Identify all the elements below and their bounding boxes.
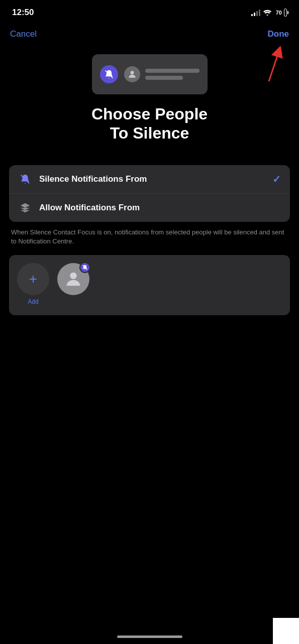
notification-lines [145,69,200,80]
add-label: Add [28,298,38,305]
plus-icon: + [29,272,37,286]
signal-icon [251,9,260,16]
wifi-icon [263,10,271,16]
silence-option[interactable]: Silence Notifications From ✓ [9,165,290,193]
silence-bell-icon [18,172,32,186]
home-indicator [117,635,182,638]
svg-point-5 [70,273,76,279]
people-row: + Add [17,263,282,305]
illustration-area: Choose PeopleTo Silence [0,46,299,165]
add-person-button[interactable]: + Add [17,263,49,305]
options-list: Silence Notifications From ✓ Allow Notif… [9,165,290,222]
status-icons: 70 [251,9,287,17]
people-grid: + Add [9,255,290,315]
person-avatar[interactable] [57,263,89,295]
notif-line-2 [145,76,183,80]
done-button[interactable]: Done [268,29,289,39]
battery-icon: 70 [274,9,287,17]
status-time: 12:50 [12,8,34,18]
silence-option-label: Silence Notifications From [39,174,272,184]
svg-point-2 [130,71,134,74]
cancel-button[interactable]: Cancel [10,29,37,39]
avatar-badge-bell-icon [79,262,90,273]
page-title: Choose PeopleTo Silence [76,104,223,143]
notif-line-1 [145,69,200,73]
bell-badge-icon [100,65,118,83]
person-icon [124,66,140,82]
description-text: When Silence Contact Focus is on, notifi… [0,228,299,246]
illustration-card [92,54,208,94]
silence-check-icon: ✓ [272,173,281,185]
allow-option[interactable]: Allow Notifications From [9,193,290,222]
allow-option-label: Allow Notifications From [39,203,281,213]
battery-container [284,9,287,17]
allow-badge-icon [18,201,32,215]
nav-bar: Cancel Done [0,22,299,46]
status-bar: 12:50 70 [0,0,299,22]
add-circle: + [17,263,49,295]
bottom-right-box [273,618,299,644]
